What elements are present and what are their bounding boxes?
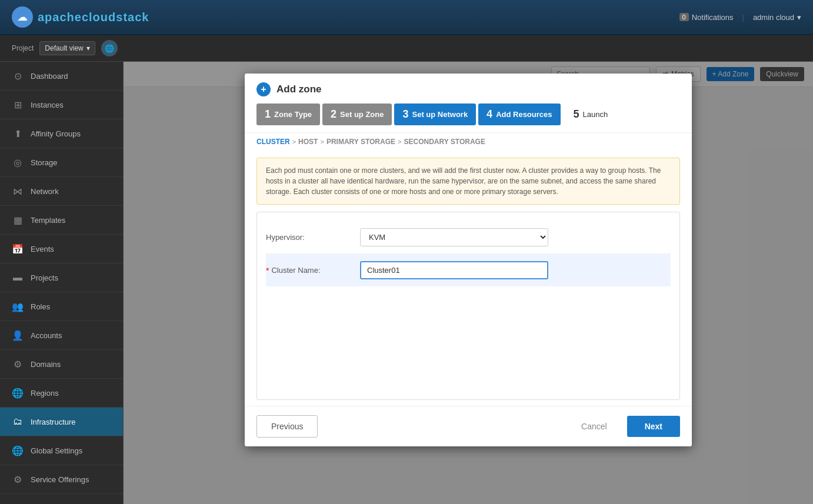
events-icon: 📅 xyxy=(12,243,24,255)
main-layout: ⊙ Dashboard ⊞ Instances ⬆ Affinity Group… xyxy=(0,62,813,504)
globe-button[interactable]: 🌐 xyxy=(101,40,118,56)
sidebar-item-global-settings[interactable]: 🌐 Global Settings xyxy=(0,436,123,465)
sidebar-item-service-offerings[interactable]: ⚙ Service Offerings xyxy=(0,465,123,494)
sidebar-label-infrastructure: Infrastructure xyxy=(31,418,76,426)
admin-chevron-icon: ▾ xyxy=(797,13,801,22)
step-3-number: 3 xyxy=(402,108,408,121)
templates-icon: ▦ xyxy=(12,214,24,226)
cluster-name-control xyxy=(360,261,671,279)
sidebar-item-domains[interactable]: ⚙ Domains xyxy=(0,350,123,379)
sidebar-label-affinity-groups: Affinity Groups xyxy=(31,129,81,138)
sidebar-label-dashboard: Dashboard xyxy=(31,72,68,81)
dialog-title: Add zone xyxy=(276,84,322,95)
accounts-icon: 👤 xyxy=(12,329,24,341)
project-select-value: Default view xyxy=(45,44,83,52)
step-4-label: Add Resources xyxy=(496,110,552,119)
sidebar-item-affinity-groups[interactable]: ⬆ Affinity Groups xyxy=(0,119,123,148)
step-3-label: Set up Network xyxy=(412,110,468,119)
cluster-name-input[interactable] xyxy=(360,261,548,279)
roles-icon: 👥 xyxy=(12,301,24,312)
step-2-button[interactable]: 2 Set up Zone xyxy=(322,104,392,125)
hypervisor-row: Hypervisor: KVM VMware XenServer Hyper-V… xyxy=(266,221,671,254)
steps-bar: 1 Zone Type 2 Set up Zone 3 Set up Netwo… xyxy=(245,96,692,132)
substep-primary-storage[interactable]: PRIMARY STORAGE xyxy=(326,138,395,146)
logo-icon: ☁ xyxy=(12,6,33,28)
substep-secondary-storage[interactable]: SECONDARY STORAGE xyxy=(404,138,485,146)
notifications-label: Notifications xyxy=(692,13,734,22)
dashboard-icon: ⊙ xyxy=(12,70,24,82)
network-icon: ⋈ xyxy=(12,185,24,197)
sidebar-label-service-offerings: Service Offerings xyxy=(31,475,89,484)
info-box: Each pod must contain one or more cluste… xyxy=(256,158,680,205)
content-area: ⇄ Metrics + Add Zone Quickview + Add zon… xyxy=(124,62,813,504)
admin-label: admin cloud xyxy=(753,13,794,22)
notifications-badge: 0 xyxy=(679,13,689,21)
required-marker: * xyxy=(266,266,269,275)
sidebar-label-roles: Roles xyxy=(31,302,50,311)
hypervisor-label: Hypervisor: xyxy=(266,233,360,242)
add-zone-dialog: + Add zone 1 Zone Type 2 Set up Zone xyxy=(245,74,692,446)
sidebar-item-storage[interactable]: ◎ Storage xyxy=(0,148,123,177)
step-1-button[interactable]: 1 Zone Type xyxy=(256,104,320,125)
nav-divider: | xyxy=(742,13,744,22)
admin-menu[interactable]: admin cloud ▾ xyxy=(753,13,801,22)
step-1-label: Zone Type xyxy=(274,110,312,119)
sidebar-item-network[interactable]: ⋈ Network xyxy=(0,177,123,206)
sidebar-label-projects: Projects xyxy=(31,273,58,282)
step-4-number: 4 xyxy=(487,108,492,121)
step-2-label: Set up Zone xyxy=(340,110,384,119)
step-5-area[interactable]: 5 Launch xyxy=(565,104,617,125)
sidebar-item-projects[interactable]: ▬ Projects xyxy=(0,263,123,292)
sidebar-item-templates[interactable]: ▦ Templates xyxy=(0,206,123,235)
notifications-button[interactable]: 0 Notifications xyxy=(679,13,734,22)
add-zone-dialog-icon: + xyxy=(256,82,271,96)
substep-cluster[interactable]: CLUSTER xyxy=(256,138,290,146)
cluster-name-label: * Cluster Name: xyxy=(266,266,360,275)
step-5-number: 5 xyxy=(574,108,579,121)
affinity-groups-icon: ⬆ xyxy=(12,128,24,139)
sidebar-item-roles[interactable]: 👥 Roles xyxy=(0,292,123,321)
substep-arrow-1: > xyxy=(292,138,296,145)
project-select[interactable]: Default view ▾ xyxy=(39,41,95,55)
step-1-number: 1 xyxy=(265,108,271,121)
global-settings-icon: 🌐 xyxy=(12,445,24,456)
logo-text: apachecloudstack xyxy=(38,11,149,24)
next-button[interactable]: Next xyxy=(627,416,680,437)
substep-arrow-3: > xyxy=(398,138,401,145)
projects-icon: ▬ xyxy=(12,272,24,283)
step-4-button[interactable]: 4 Add Resources xyxy=(478,104,560,125)
nav-right: 0 Notifications | admin cloud ▾ xyxy=(679,13,801,22)
sidebar-item-infrastructure[interactable]: 🗂 Infrastructure xyxy=(0,408,123,436)
sidebar-label-regions: Regions xyxy=(31,389,59,398)
cluster-name-row: * Cluster Name: xyxy=(266,254,671,286)
sidebar-label-templates: Templates xyxy=(31,216,65,225)
sidebar-item-events[interactable]: 📅 Events xyxy=(0,235,123,263)
service-offerings-icon: ⚙ xyxy=(12,473,24,485)
regions-icon: 🌐 xyxy=(12,387,24,399)
sidebar-label-network: Network xyxy=(31,187,59,196)
sidebar-label-domains: Domains xyxy=(31,360,61,369)
step-3-button[interactable]: 3 Set up Network xyxy=(394,104,476,125)
dialog-header: + Add zone xyxy=(245,74,692,96)
substep-host[interactable]: HOST xyxy=(298,138,318,146)
project-label: Project xyxy=(12,44,34,52)
top-nav: ☁ apachecloudstack 0 Notifications | adm… xyxy=(0,0,813,35)
domains-icon: ⚙ xyxy=(12,358,24,370)
sidebar-item-instances[interactable]: ⊞ Instances xyxy=(0,91,123,119)
sidebar-label-storage: Storage xyxy=(31,158,58,167)
hypervisor-select[interactable]: KVM VMware XenServer Hyper-V LXC xyxy=(360,228,548,246)
info-text: Each pod must contain one or more cluste… xyxy=(266,166,661,196)
cancel-button[interactable]: Cancel xyxy=(567,416,621,437)
sidebar-item-regions[interactable]: 🌐 Regions xyxy=(0,379,123,408)
globe-icon: 🌐 xyxy=(105,44,114,53)
modal-overlay: + Add zone 1 Zone Type 2 Set up Zone xyxy=(124,62,813,504)
project-select-arrow-icon: ▾ xyxy=(86,44,90,52)
substep-arrow-2: > xyxy=(320,138,324,145)
substeps-bar: CLUSTER > HOST > PRIMARY STORAGE > SECON… xyxy=(245,132,692,151)
previous-button[interactable]: Previous xyxy=(256,415,318,438)
hypervisor-control: KVM VMware XenServer Hyper-V LXC xyxy=(360,228,671,246)
sidebar-item-dashboard[interactable]: ⊙ Dashboard xyxy=(0,62,123,91)
sidebar-item-accounts[interactable]: 👤 Accounts xyxy=(0,321,123,350)
instances-icon: ⊞ xyxy=(12,99,24,111)
dialog-footer: Previous Cancel Next xyxy=(245,406,692,446)
